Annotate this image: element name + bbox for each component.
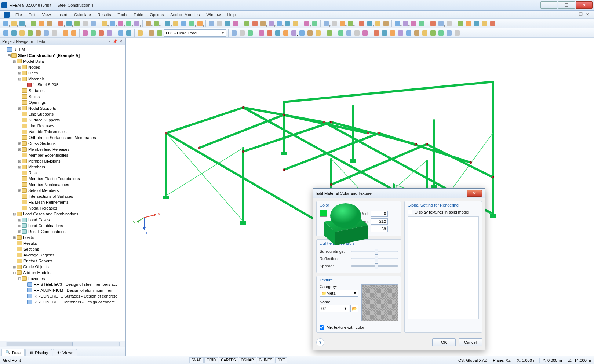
tb-k[interactable]: ▾: [117, 20, 124, 27]
tb-at[interactable]: [429, 20, 437, 27]
tb2-aj[interactable]: [397, 29, 404, 37]
tree-favorites[interactable]: ⊟Favorites: [1, 276, 125, 281]
tree-nodes[interactable]: ⊞Nodes: [1, 64, 125, 70]
menu-table[interactable]: Table: [131, 12, 146, 18]
tb-aa[interactable]: ▾: [259, 20, 267, 27]
tb-af[interactable]: ▾: [303, 20, 310, 27]
tb2-a[interactable]: [2, 29, 10, 37]
menu-calculate[interactable]: Calculate: [71, 12, 94, 18]
tree-line-releases[interactable]: Line Releases: [1, 123, 125, 129]
tb2-o[interactable]: [148, 29, 155, 37]
tb-ba[interactable]: [489, 20, 496, 27]
tb-b[interactable]: [38, 20, 45, 27]
menu-file[interactable]: File: [12, 12, 25, 18]
dialog-help-button[interactable]: ?: [316, 338, 324, 346]
loadcase-combo[interactable]: LC1 - Dead Load ▼: [164, 29, 226, 37]
tb-ao[interactable]: [382, 20, 390, 27]
tb2-aa[interactable]: [314, 29, 322, 37]
tb2-an[interactable]: [429, 29, 437, 37]
tb-ag[interactable]: [311, 20, 318, 27]
menu-options[interactable]: Options: [147, 12, 167, 18]
tb-j[interactable]: ▾: [109, 20, 116, 27]
tb2-j[interactable]: [98, 29, 105, 37]
tb2-w[interactable]: [282, 29, 289, 37]
tb2-g[interactable]: [51, 29, 58, 37]
menu-window[interactable]: Window: [203, 12, 223, 18]
tb-au[interactable]: ▾: [437, 20, 445, 27]
tree-surface-supports[interactable]: Surface Supports: [1, 117, 125, 123]
tb2-h[interactable]: [81, 29, 89, 37]
tb-aj[interactable]: ▾: [339, 20, 346, 27]
tb-z[interactable]: [251, 20, 259, 27]
tree-fav-4[interactable]: RF-CONCRETE Members - Design of concre: [1, 299, 125, 305]
navigator-tab-display[interactable]: 🖥Display: [25, 349, 52, 356]
tb-g[interactable]: [81, 20, 89, 27]
tb2-s[interactable]: [247, 29, 254, 37]
tb-ax[interactable]: [465, 20, 472, 27]
tree-member-ecc[interactable]: Member Eccentricities: [1, 152, 125, 158]
toggle-osnap[interactable]: OSNAP: [239, 357, 256, 363]
navigator-tab-data[interactable]: 🔍Data: [1, 349, 25, 356]
tb2-ao[interactable]: [437, 29, 445, 37]
tb-az[interactable]: [481, 20, 488, 27]
tb2-ab[interactable]: [326, 29, 333, 37]
tree-cross-sections[interactable]: ⊞Cross-Sections: [1, 141, 125, 146]
tb-ar[interactable]: [410, 20, 417, 27]
tb2-k[interactable]: [106, 29, 113, 37]
navigator-close-button[interactable]: ✕: [118, 39, 123, 43]
tree-sets-members[interactable]: ⊞Sets of Members: [1, 188, 125, 193]
tree-load-combos[interactable]: ⊞Load Combinations: [1, 223, 125, 229]
tb-c[interactable]: [46, 20, 53, 27]
tb-e[interactable]: ▾: [65, 20, 73, 27]
tb-m[interactable]: ▾: [133, 20, 141, 27]
tree-model-data[interactable]: ⊟Model Data: [1, 58, 125, 64]
window-close-button[interactable]: ✕: [576, 1, 593, 9]
tb2-q[interactable]: [230, 29, 238, 37]
tb-w[interactable]: [224, 20, 231, 27]
tb-i[interactable]: ▾: [101, 20, 108, 27]
menu-view[interactable]: View: [39, 12, 54, 18]
dialog-cancel-button[interactable]: Cancel: [459, 338, 482, 346]
dialog-ok-button[interactable]: OK: [432, 338, 456, 346]
dialog-close-button[interactable]: ✕: [467, 190, 482, 197]
navigator-pin-button[interactable]: 📌: [112, 39, 117, 43]
name-select[interactable]: 02▼: [320, 305, 349, 312]
tree-addon-modules[interactable]: ⊟Add-on Modules: [1, 270, 125, 276]
tree-var-thickness[interactable]: Variable Thicknesses: [1, 129, 125, 135]
tb-new[interactable]: ▾: [2, 20, 10, 27]
tb-v[interactable]: [216, 20, 223, 27]
tb2-x[interactable]: ▾: [290, 29, 298, 37]
toggle-dxf[interactable]: DXF: [275, 357, 287, 363]
tree-openings[interactable]: Openings: [1, 99, 125, 105]
navigator-dropdown-button[interactable]: ▾: [106, 39, 112, 43]
tb2-ak[interactable]: [405, 29, 412, 37]
tb-q[interactable]: [172, 20, 179, 27]
tb-an[interactable]: [374, 20, 382, 27]
menu-results[interactable]: Results: [95, 12, 114, 18]
model-viewport[interactable]: x y z Edit Material Color and Texture ✕ …: [126, 38, 594, 356]
tb-save[interactable]: ▾: [18, 20, 26, 27]
tb2-af[interactable]: [361, 29, 369, 37]
navigator-hscroll[interactable]: [0, 341, 125, 347]
tree-intersections[interactable]: Intersections of Surfaces: [1, 193, 125, 199]
tb2-f[interactable]: [43, 29, 50, 37]
tb-n[interactable]: ▾: [145, 20, 152, 27]
tb2-ac[interactable]: [337, 29, 345, 37]
tb-ai[interactable]: [331, 20, 338, 27]
mdi-close-button[interactable]: ✕: [584, 12, 590, 17]
mdi-minimize-button[interactable]: —: [571, 12, 577, 17]
tree-results[interactable]: Results: [1, 240, 125, 246]
tb-ae[interactable]: [292, 20, 299, 27]
tree-fav-2[interactable]: RF-ALUMINIUM - Design of aluminium mem: [1, 287, 125, 293]
tree-loads[interactable]: ⊞Loads: [1, 234, 125, 240]
navigator-tab-views[interactable]: 👁Views: [53, 349, 77, 356]
tb-open[interactable]: ▾: [10, 20, 18, 27]
tb2-z[interactable]: [306, 29, 314, 37]
tb-as[interactable]: [418, 20, 425, 27]
tb2-b[interactable]: [10, 29, 18, 37]
tree-member-end-releases[interactable]: ⊞Member End Releases: [1, 146, 125, 152]
menu-tools[interactable]: Tools: [114, 12, 130, 18]
tb-ac[interactable]: ▾: [276, 20, 283, 27]
mdi-restore-button[interactable]: ❐: [578, 12, 584, 17]
toggle-glines[interactable]: GLINES: [257, 357, 275, 363]
